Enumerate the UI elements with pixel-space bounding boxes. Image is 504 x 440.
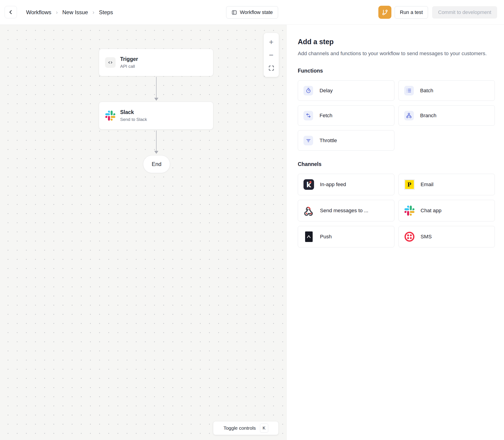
- trigger-node-title: Trigger: [120, 56, 138, 63]
- channels-grid: k In-app feed P Email: [298, 174, 495, 248]
- commit-to-development-label: Commit to development: [438, 9, 491, 15]
- add-step-panel: Add a step Add channels and functions to…: [286, 25, 504, 440]
- functions-grid: Delay Batch Fetch Branch Throttle: [298, 80, 495, 151]
- connector-arrow: [153, 77, 160, 101]
- channel-card-label: Chat app: [421, 208, 441, 214]
- function-card-batch[interactable]: Batch: [398, 80, 495, 101]
- workflow-state-button[interactable]: Workflow state: [226, 6, 278, 19]
- channel-card-label: SMS: [421, 234, 432, 240]
- commit-branch-button[interactable]: [378, 6, 391, 19]
- end-node[interactable]: End: [143, 155, 170, 173]
- workflow-canvas[interactable]: Trigger API call Slack Send to Slack End: [0, 25, 286, 440]
- function-card-label: Delay: [320, 88, 333, 94]
- code-icon: [105, 57, 116, 68]
- function-card-fetch[interactable]: Fetch: [298, 105, 394, 126]
- channel-card-label: Push: [320, 234, 332, 240]
- knock-logo: k: [303, 179, 314, 190]
- workflow-state-label: Workflow state: [240, 9, 273, 15]
- zoom-out-button[interactable]: −: [266, 50, 276, 60]
- back-button[interactable]: [5, 6, 17, 18]
- toggle-controls-button[interactable]: Toggle controls K: [213, 421, 279, 435]
- git-branch-icon: [381, 9, 388, 16]
- channel-card-chat-app[interactable]: Chat app: [398, 200, 495, 221]
- run-a-test-label: Run a test: [400, 9, 423, 15]
- channel-card-label: In-app feed: [320, 181, 346, 188]
- filter-icon: [303, 136, 313, 145]
- commit-to-development-button[interactable]: Commit to development: [432, 6, 497, 19]
- end-node-label: End: [152, 161, 162, 167]
- panel-left-icon: [232, 10, 237, 15]
- channels-section-heading: Channels: [298, 161, 495, 167]
- breadcrumb-new-issue[interactable]: New Issue: [62, 9, 88, 15]
- slack-node-subtitle: Send to Slack: [120, 117, 147, 122]
- slack-logo: [105, 110, 116, 121]
- trigger-node-subtitle: API call: [120, 64, 138, 69]
- toggle-controls-label: Toggle controls: [223, 425, 256, 431]
- plus-icon: +: [269, 38, 273, 46]
- chevron-left-icon: [8, 9, 14, 15]
- hierarchy-icon: [404, 111, 414, 120]
- function-card-label: Throttle: [320, 138, 337, 144]
- run-a-test-button[interactable]: Run a test: [395, 6, 428, 19]
- function-card-delay[interactable]: Delay: [298, 80, 394, 101]
- panel-description: Add channels and functions to your workf…: [298, 50, 495, 57]
- function-card-label: Branch: [420, 113, 436, 119]
- twilio-logo: [404, 232, 415, 242]
- slack-node[interactable]: Slack Send to Slack: [99, 102, 213, 130]
- channel-card-push[interactable]: Push: [298, 226, 394, 248]
- page-title: Add a step: [298, 38, 495, 46]
- zoom-in-button[interactable]: +: [266, 37, 276, 47]
- minus-icon: −: [269, 51, 273, 59]
- channel-card-in-app-feed[interactable]: k In-app feed: [298, 174, 394, 195]
- breadcrumb-steps[interactable]: Steps: [99, 9, 113, 15]
- list-icon: [404, 86, 414, 96]
- zoom-controls: + −: [264, 33, 279, 77]
- trigger-node[interactable]: Trigger API call: [99, 49, 213, 76]
- webhook-icon: [303, 205, 314, 216]
- expo-logo: [303, 232, 314, 242]
- channel-card-label: Email: [421, 181, 434, 188]
- channel-card-sms[interactable]: SMS: [398, 226, 495, 248]
- functions-section-heading: Functions: [298, 68, 495, 74]
- slack-node-title: Slack: [120, 109, 147, 116]
- function-card-branch[interactable]: Branch: [398, 105, 495, 126]
- keyboard-shortcut-badge: K: [260, 424, 268, 433]
- swap-arrows-icon: [303, 111, 313, 120]
- timer-icon: [303, 86, 313, 96]
- connector-arrow: [153, 130, 160, 154]
- fit-view-icon: [268, 65, 274, 71]
- function-card-label: Batch: [420, 88, 434, 94]
- breadcrumb-workflows[interactable]: Workflows: [26, 9, 51, 15]
- fit-view-button[interactable]: [266, 63, 276, 73]
- breadcrumb-separator: ›: [56, 9, 58, 15]
- function-card-throttle[interactable]: Throttle: [298, 130, 394, 151]
- channel-card-email[interactable]: P Email: [398, 174, 495, 195]
- breadcrumb: Workflows › New Issue › Steps: [26, 0, 113, 25]
- slack-logo: [404, 205, 415, 216]
- channel-card-webhook[interactable]: Send messages to ...: [298, 200, 394, 221]
- postmark-logo: P: [404, 179, 415, 190]
- top-bar: Workflows › New Issue › Steps Workflow s…: [0, 0, 504, 25]
- channel-card-label: Send messages to ...: [320, 208, 368, 214]
- function-card-label: Fetch: [320, 113, 332, 119]
- breadcrumb-separator: ›: [93, 9, 94, 15]
